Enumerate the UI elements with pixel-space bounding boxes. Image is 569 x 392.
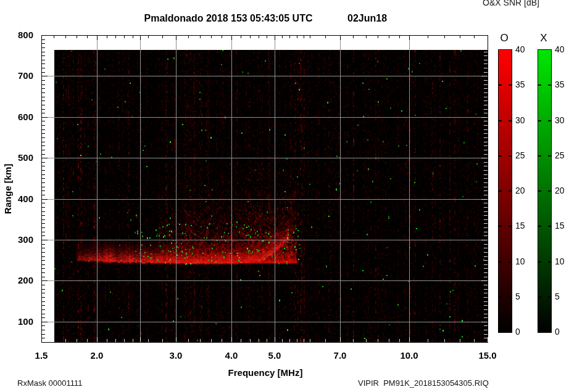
page-title: Pmaldonado 2018 153 05:43:05 UTC	[86, 13, 370, 24]
colorbar-o-header: O	[495, 32, 513, 44]
x-tick-label: 1.5	[23, 350, 60, 361]
y-tick-label: 500	[6, 152, 33, 163]
colorbar-tick-label: 30	[555, 115, 569, 126]
y-tick-label: 800	[6, 30, 33, 41]
colorbar-tick-mark	[538, 296, 541, 298]
colorbar-tick-label: 0	[555, 327, 569, 337]
colorbar-tick-mark	[509, 84, 512, 86]
colorbar-tick-label: 40	[515, 44, 534, 55]
colorbar-tick-mark	[548, 261, 551, 263]
colorbar-tick-mark	[548, 120, 551, 121]
colorbar-tick-mark	[548, 296, 551, 298]
colorbar-tick-mark	[548, 226, 551, 227]
colorbar-tick-label: 30	[515, 115, 534, 126]
colorbar-tick-mark	[509, 261, 512, 263]
colorbar-tick-mark	[499, 84, 502, 86]
colorbar-tick-mark	[548, 190, 551, 192]
colorbar-tick-label: 20	[555, 186, 569, 196]
colorbar-tick-mark	[538, 190, 541, 192]
colorbar-tick-label: 35	[515, 80, 534, 90]
rxmask-label: RxMask 00001111	[17, 378, 83, 388]
colorbar-tick-label: 15	[515, 221, 534, 231]
y-tick-label: 300	[6, 234, 33, 245]
x-axis-title: Frequency [MHz]	[185, 367, 346, 378]
colorbar-tick-mark	[548, 84, 551, 86]
y-tick-label: 400	[6, 194, 33, 205]
colorbar-tick-mark	[499, 296, 502, 298]
colorbar-tick-label: 40	[555, 44, 569, 55]
colorbar-tick-mark	[538, 120, 541, 121]
colorbar-tick-label: 25	[515, 150, 534, 161]
colorbar-tick-label: 0	[515, 327, 534, 337]
y-tick-label: 100	[6, 316, 33, 327]
colorbar-tick-label: 10	[515, 256, 534, 267]
colorbar-tick-label: 10	[555, 256, 569, 267]
x-tick-label: 10.0	[391, 350, 428, 361]
x-tick-label: 2.0	[78, 350, 115, 361]
y-tick-label: 200	[6, 275, 33, 286]
colorbar-x-gradient	[538, 49, 552, 333]
x-tick-label: 7.0	[322, 350, 359, 361]
ionogram-viewer: Pmaldonado 2018 153 05:43:05 UTC 02Jun18…	[0, 0, 569, 392]
x-tick-label: 5.0	[256, 350, 293, 361]
source-file-label: VIPIR PM91K_2018153054305.RIQ	[358, 378, 489, 388]
colorbar-tick-mark	[499, 261, 502, 263]
colorbar-tick-mark	[509, 226, 512, 227]
y-tick-label: 700	[6, 70, 33, 81]
x-tick-label: 15.0	[469, 350, 506, 361]
colorbar-tick-mark	[499, 155, 502, 157]
colorbar-o-gradient	[498, 49, 512, 333]
colorbar-x-header: X	[534, 32, 553, 44]
y-tick-label: 600	[6, 112, 33, 123]
colorbar-tick-label: 15	[555, 221, 569, 231]
colorbar-tick-mark	[538, 84, 541, 86]
colorbar-tick-label: 5	[555, 292, 569, 302]
colorbar-tick-label: 25	[555, 150, 569, 161]
x-tick-label: 3.0	[157, 350, 194, 361]
colorbar-tick-mark	[538, 155, 541, 157]
colorbar-tick-label: 20	[515, 186, 534, 196]
colorbar-tick-mark	[538, 226, 541, 227]
colorbar-tick-mark	[509, 155, 512, 157]
colorbar-tick-label: 5	[515, 292, 534, 302]
colorbar-tick-mark	[538, 261, 541, 263]
colorbar-tick-mark	[499, 226, 502, 227]
colorbar-tick-mark	[499, 190, 502, 192]
date-label: 02Jun18	[347, 13, 387, 24]
colorbar-tick-mark	[548, 155, 551, 157]
colorbar-tick-mark	[499, 120, 502, 121]
colorbar-tick-mark	[509, 296, 512, 298]
ionogram-plot-canvas	[0, 0, 569, 392]
colorbar-tick-mark	[509, 190, 512, 192]
colorbar-title: O&X SNR [dB]	[452, 0, 569, 7]
x-tick-label: 4.0	[213, 350, 250, 361]
colorbar-tick-mark	[509, 120, 512, 121]
colorbar-tick-label: 35	[555, 80, 569, 90]
